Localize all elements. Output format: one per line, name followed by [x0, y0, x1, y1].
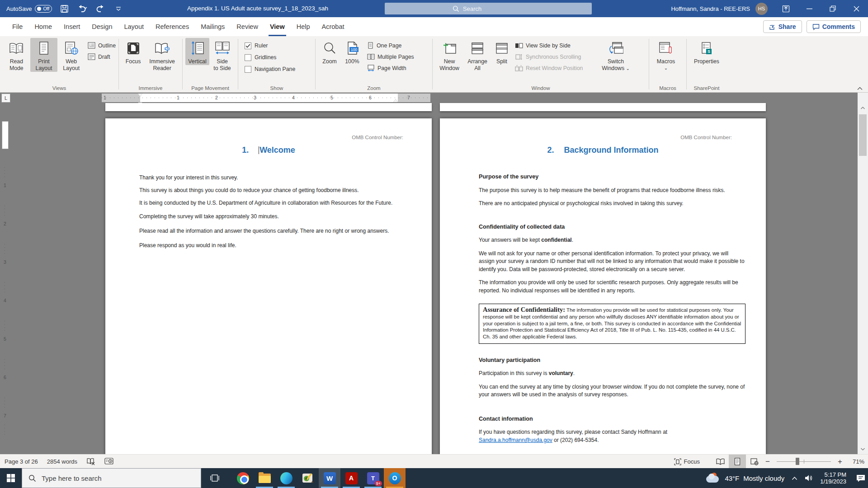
paragraph[interactable]: Completing the survey will take approxim…	[139, 213, 427, 221]
close-button[interactable]	[844, 0, 868, 17]
email-link[interactable]: Sandra.a.hoffmann@usda.gov	[479, 437, 552, 443]
start-button[interactable]	[0, 468, 22, 488]
customize-quick-access-icon[interactable]	[113, 3, 124, 14]
taskbar-search-input[interactable]	[42, 474, 177, 482]
scrollbar-thumb[interactable]	[859, 114, 867, 156]
web-layout-view-button[interactable]	[746, 455, 763, 469]
properties-button[interactable]: S Properties	[689, 38, 724, 65]
ruler-checkbox[interactable]: Ruler	[245, 41, 295, 51]
paragraph[interactable]: Please read all the information and answ…	[139, 227, 427, 235]
tab-review[interactable]: Review	[231, 17, 264, 36]
paragraph[interactable]: It is being conducted by the U.S. Depart…	[139, 199, 427, 207]
paragraph[interactable]: Thank you for your interest in this surv…	[139, 174, 427, 182]
subsection-title[interactable]: Purpose of the survey	[479, 173, 745, 181]
side-to-side-button[interactable]: Side to Side	[209, 38, 235, 72]
show-hidden-icons-chevron[interactable]	[792, 476, 797, 480]
zoom-slider[interactable]	[777, 461, 831, 462]
outlook-icon[interactable]: O	[384, 468, 406, 488]
task-view-button[interactable]	[204, 468, 226, 488]
scroll-up-icon[interactable]	[858, 103, 868, 113]
read-mode-button[interactable]: Read Mode	[3, 38, 30, 72]
tab-acrobat[interactable]: Acrobat	[316, 17, 350, 36]
taskbar-search-box[interactable]	[22, 468, 201, 488]
page-indicator[interactable]: Page 3 of 26	[5, 458, 38, 465]
paragraph[interactable]: The purpose this survey is to help measu…	[479, 187, 745, 195]
proofing-errors-icon[interactable]	[86, 457, 95, 465]
edge-icon[interactable]	[275, 468, 297, 488]
weather-widget[interactable]: 43°F Mostly cloudy	[705, 473, 784, 483]
paragraph[interactable]: If you have questions regarding this sur…	[479, 428, 745, 444]
zoom-percentage[interactable]: 71%	[844, 458, 864, 465]
page-width-button[interactable]: Page Width	[367, 63, 414, 73]
paragraph[interactable]: We will not ask for your name or other p…	[479, 250, 745, 274]
paragraph[interactable]: Participation in this survey is voluntar…	[479, 370, 745, 378]
zoom-slider-thumb[interactable]	[796, 458, 799, 465]
paragraph[interactable]: This survey is about things you could do…	[139, 187, 427, 194]
tab-home[interactable]: Home	[28, 17, 58, 36]
print-layout-view-button[interactable]	[729, 455, 746, 469]
search-input[interactable]	[463, 5, 571, 12]
draft-button[interactable]: Draft	[88, 52, 116, 61]
switch-windows-button[interactable]: Switch Windows ⌄	[598, 38, 633, 72]
macros-button[interactable]: Macros ⌄	[652, 38, 680, 71]
notification-center-icon[interactable]	[856, 474, 865, 482]
paragraph[interactable]: The information you provide will only be…	[479, 279, 745, 295]
save-button[interactable]	[58, 3, 70, 14]
tab-insert[interactable]: Insert	[58, 17, 86, 36]
autosave-toggle[interactable]: AutoSave Off	[6, 5, 52, 13]
tab-help[interactable]: Help	[291, 17, 316, 36]
zoom-in-button[interactable]: +	[835, 457, 844, 466]
tab-stop-selector[interactable]: L	[1, 94, 10, 103]
display-settings-icon[interactable]	[104, 458, 113, 465]
paragraph[interactable]: There are no anticipated physical or psy…	[479, 200, 745, 208]
acrobat-icon[interactable]: A	[340, 468, 362, 488]
volume-icon[interactable]	[805, 474, 813, 482]
tab-view[interactable]: View	[264, 17, 291, 36]
arrange-all-button[interactable]: Arrange All	[463, 38, 491, 72]
file-explorer-icon[interactable]	[254, 468, 275, 488]
navigation-pane-checkbox[interactable]: Navigation Pane	[245, 64, 295, 74]
word-icon[interactable]: W	[319, 468, 340, 488]
snagit-icon[interactable]	[297, 468, 319, 488]
vertical-scrollbar[interactable]	[858, 93, 868, 454]
redo-button[interactable]	[94, 3, 106, 14]
assurance-of-confidentiality-box[interactable]: Assurance of Confidentiality: The inform…	[479, 304, 745, 344]
subsection-title[interactable]: Confidentiality of collected data	[479, 223, 745, 231]
tab-layout[interactable]: Layout	[118, 17, 150, 36]
zoom-100-button[interactable]: 100 100%	[341, 38, 363, 65]
vertical-ruler[interactable]: 1 2 3 4 5 6 7	[0, 103, 11, 454]
split-button[interactable]: Split	[491, 38, 512, 65]
minimize-button[interactable]	[797, 0, 821, 17]
horizontal-ruler[interactable]: 1 1 2 3 4 5 6 7	[102, 94, 430, 102]
taskbar-clock[interactable]: 5:17 PM 1/19/2023	[820, 471, 846, 485]
undo-button[interactable]	[76, 3, 88, 14]
web-layout-button[interactable]: Web Layout	[57, 38, 85, 72]
collapse-ribbon-button[interactable]	[857, 87, 863, 90]
right-indent-marker[interactable]	[393, 99, 398, 102]
paragraph[interactable]: Your answers will be kept confidential.	[479, 236, 745, 244]
restore-button[interactable]	[821, 0, 844, 17]
autosave-switch[interactable]: Off	[35, 5, 52, 13]
document-page-right[interactable]: OMB Control Number: 2.Background Informa…	[440, 118, 766, 454]
focus-mode-button[interactable]: Focus	[674, 458, 700, 465]
tab-file[interactable]: File	[6, 17, 28, 36]
word-count[interactable]: 2854 words	[47, 458, 77, 465]
avatar[interactable]: HS	[755, 3, 768, 15]
ribbon-display-options-button[interactable]	[774, 0, 797, 17]
zoom-button[interactable]: Zoom	[318, 38, 341, 65]
tab-mailings[interactable]: Mailings	[195, 17, 231, 36]
subsection-title[interactable]: Contact information	[479, 415, 745, 423]
read-mode-view-button[interactable]	[712, 455, 729, 469]
print-layout-button[interactable]: Print Layout	[30, 38, 58, 72]
document-page-left[interactable]: OMB Control Number: 1.Welcome Thank you …	[105, 118, 432, 454]
focus-button[interactable]: Focus	[122, 38, 145, 65]
tab-design[interactable]: Design	[86, 17, 118, 36]
outline-button[interactable]: Outline	[88, 41, 116, 50]
tab-references[interactable]: References	[150, 17, 195, 36]
vertical-button[interactable]: Vertical	[185, 38, 209, 65]
teams-icon[interactable]: T 9+	[362, 468, 384, 488]
share-button[interactable]: Share	[763, 20, 802, 33]
scroll-down-icon[interactable]	[858, 445, 868, 454]
immersive-reader-button[interactable]: Immersive Reader	[145, 38, 179, 72]
comments-button[interactable]: Comments	[807, 20, 861, 33]
